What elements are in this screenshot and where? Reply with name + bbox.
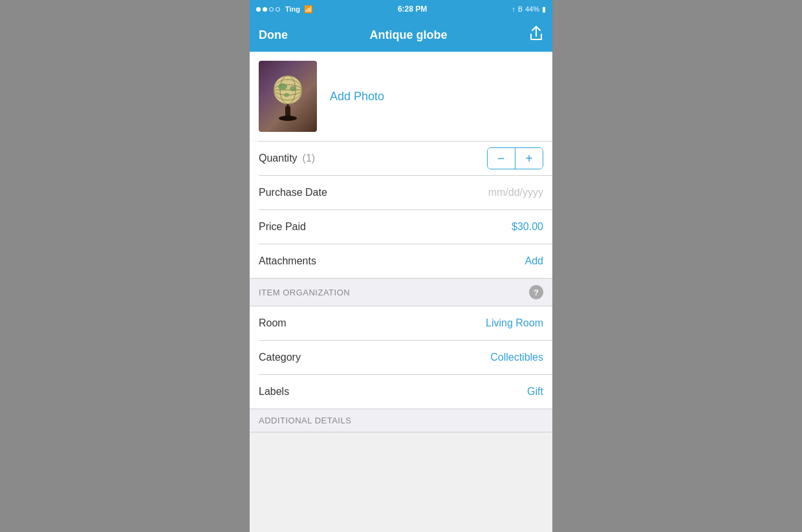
category-value: Collectibles: [490, 352, 543, 363]
quantity-label-group: Quantity (1): [259, 153, 315, 164]
price-paid-value: $30.00: [512, 221, 543, 233]
add-photo-button[interactable]: Add Photo: [330, 90, 384, 103]
additional-details-header: ADDITIONAL DETAILS: [250, 409, 552, 432]
labels-value: Gift: [527, 386, 543, 398]
purchase-date-row[interactable]: Purchase Date mm/dd/yyyy: [250, 176, 552, 209]
signal-dots: [256, 7, 280, 12]
attachments-row[interactable]: Attachments Add: [250, 244, 552, 278]
quantity-row: Quantity (1) − +: [250, 142, 552, 175]
labels-label: Labels: [259, 386, 289, 398]
quantity-label: Quantity: [259, 153, 298, 164]
location-icon: ↑: [512, 5, 515, 13]
room-label: Room: [259, 317, 287, 329]
content-area: Add Photo Quantity (1) − + Purchase Dat: [250, 52, 552, 532]
battery-percentage: 44%: [525, 5, 539, 13]
dot-2: [263, 7, 267, 12]
price-paid-row[interactable]: Price Paid $30.00: [250, 210, 552, 244]
phone-frame: Ting 📶 6:28 PM ↑ B 44% ▮ Done Antique gl…: [250, 0, 552, 532]
bluetooth-icon: B: [518, 5, 523, 13]
item-organization-title: ITEM ORGANIZATION: [259, 288, 350, 297]
wifi-icon: 📶: [304, 5, 313, 14]
category-row[interactable]: Category Collectibles: [250, 341, 552, 374]
category-section: Category Collectibles: [250, 341, 552, 375]
category-label: Category: [259, 352, 301, 363]
dot-3: [269, 7, 274, 12]
photo-thumbnail[interactable]: [259, 61, 317, 132]
labels-row[interactable]: Labels Gift: [250, 375, 552, 409]
status-time: 6:28 PM: [398, 5, 427, 14]
page-title: Antique globe: [370, 28, 448, 42]
done-button[interactable]: Done: [259, 28, 288, 42]
quantity-section: Quantity (1) − +: [250, 142, 552, 176]
share-button[interactable]: [529, 26, 543, 45]
attachments-add-button[interactable]: Add: [525, 255, 543, 267]
svg-point-8: [278, 83, 287, 90]
labels-section: Labels Gift: [250, 375, 552, 409]
decrement-button[interactable]: −: [488, 148, 515, 169]
nav-bar: Done Antique globe: [250, 18, 552, 52]
svg-point-1: [279, 116, 297, 121]
dot-4: [276, 7, 280, 12]
status-right: ↑ B 44% ▮: [512, 5, 546, 14]
purchase-date-label: Purchase Date: [259, 187, 327, 198]
status-left: Ting 📶: [256, 5, 313, 14]
photo-section: Add Photo: [250, 52, 552, 141]
dot-1: [256, 7, 261, 12]
quantity-controls: − +: [487, 147, 544, 169]
svg-point-10: [284, 93, 289, 97]
battery-icon: ▮: [542, 5, 546, 14]
room-row[interactable]: Room Living Room: [250, 306, 552, 340]
svg-point-9: [290, 86, 296, 91]
purchase-date-value: mm/dd/yyyy: [488, 187, 543, 198]
help-button[interactable]: ?: [529, 285, 543, 299]
photo-image: [259, 61, 317, 132]
additional-details-title: ADDITIONAL DETAILS: [259, 416, 351, 425]
room-value: Living Room: [486, 317, 543, 329]
attachments-label: Attachments: [259, 255, 316, 267]
item-organization-header: ITEM ORGANIZATION ?: [250, 278, 552, 306]
room-section: Room Living Room: [250, 306, 552, 341]
price-paid-section: Price Paid $30.00: [250, 210, 552, 244]
status-bar: Ting 📶 6:28 PM ↑ B 44% ▮: [250, 0, 552, 18]
purchase-date-section: Purchase Date mm/dd/yyyy: [250, 176, 552, 210]
attachments-section: Attachments Add: [250, 244, 552, 278]
carrier-label: Ting: [285, 5, 300, 13]
price-paid-label: Price Paid: [259, 221, 306, 233]
quantity-count: (1): [303, 153, 316, 164]
increment-button[interactable]: +: [515, 148, 543, 169]
